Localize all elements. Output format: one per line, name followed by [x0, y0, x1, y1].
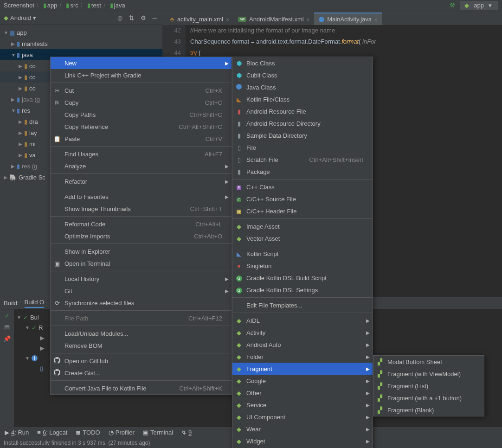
hammer-icon[interactable]: ⚒ [450, 2, 455, 9]
menu-item-git[interactable]: Git▶ [51, 285, 232, 297]
build-tab[interactable]: Build O [25, 299, 45, 308]
target-icon[interactable]: ◎ [116, 13, 124, 22]
minimize-icon[interactable]: ─ [151, 13, 159, 22]
check-icon[interactable]: ✓ [5, 312, 10, 319]
new-item-kotlin-script[interactable]: ◣Kotlin Script [232, 248, 373, 260]
menu-item-analyze[interactable]: Analyze▶ [51, 160, 232, 172]
tab-activity_main.xml[interactable]: ⬘activity_main.xml× [165, 13, 233, 25]
menu-item-synchronize-selected-files[interactable]: ⟳Synchronize selected files [51, 297, 232, 309]
new-item-service[interactable]: ◆Service▶ [232, 399, 373, 411]
new-item-c-class[interactable]: SC++ Class [232, 181, 373, 193]
new-item-android-resource-directory[interactable]: ▮Android Resource Directory [232, 117, 373, 129]
new-item-bloc-class[interactable]: ⬢Bloc Class [232, 57, 373, 69]
new-item-cubit-class[interactable]: ⬢Cubit Class [232, 69, 373, 81]
menu-item-copy-paths[interactable]: Copy PathsCtrl+Shift+C [51, 109, 232, 121]
menu-item-create-gist-[interactable]: Create Gist... [51, 367, 232, 379]
close-icon[interactable]: × [226, 17, 229, 22]
new-item-file[interactable]: ▯File [232, 141, 373, 154]
new-item-image-asset[interactable]: ◆Image Asset [232, 220, 373, 232]
menu-item-convert-java-file-to-kotlin-file[interactable]: Convert Java File to Kotlin FileCtrl+Alt… [51, 382, 232, 394]
new-item-google[interactable]: ◆Google▶ [232, 375, 373, 387]
hex-teal-icon: ⬢ [235, 60, 243, 67]
statusbar-todo[interactable]: ≣TODO [76, 429, 100, 436]
breadcrumb-item[interactable]: src [70, 2, 78, 9]
new-item-c-c-header-file[interactable]: HC/C++ Header File [232, 205, 373, 217]
menu-item-new[interactable]: New▶ [51, 57, 232, 69]
menu-item-find-usages[interactable]: Find UsagesAlt+F7 [51, 148, 232, 160]
breadcrumb-item[interactable]: java [114, 2, 125, 9]
menu-item-show-image-thumbnails[interactable]: Show Image ThumbnailsCtrl+Shift+T [51, 203, 232, 215]
fragment-item-fragment-list-[interactable]: ▞Fragment (List) [373, 380, 484, 392]
file-badge-icon: ▯ [235, 156, 243, 163]
android-icon: ◆ [235, 426, 243, 433]
menu-item-cut[interactable]: ✂CutCtrl+X [51, 84, 232, 96]
statusbar-9[interactable]: ↯9 [181, 429, 192, 436]
new-item-singleton[interactable]: ●Singleton [232, 260, 373, 272]
new-item-fragment[interactable]: ◆Fragment▶ [232, 363, 373, 375]
menu-item-copy[interactable]: ⎘CopyCtrl+C [51, 96, 232, 109]
pin-icon[interactable]: 📌 [3, 335, 11, 342]
menu-item-copy-reference[interactable]: Copy ReferenceCtrl+Alt+Shift+C [51, 121, 232, 133]
new-item-scratch-file[interactable]: ▯Scratch FileCtrl+Alt+Shift+Insert [232, 154, 373, 166]
new-item-other[interactable]: ◆Other▶ [232, 387, 373, 399]
menu-item-refactor[interactable]: Refactor▶ [51, 175, 232, 187]
new-item-kotlin-file-class[interactable]: ◣Kotlin File/Class [232, 93, 373, 105]
fragment-item-fragment-with-viewmodel-[interactable]: ▞Fragment (with ViewModel) [373, 368, 484, 380]
new-item-sample-data-directory[interactable]: ▮Sample Data Directory [232, 129, 373, 141]
chevron-right-icon: ▶ [366, 427, 370, 432]
statusbar-profiler[interactable]: ◔Profiler [109, 429, 135, 436]
new-item-aidl[interactable]: ◆AIDL▶ [232, 314, 373, 326]
fragment-item-fragment-blank-[interactable]: ▞Fragment (Blank) [373, 404, 484, 416]
collapse-icon[interactable]: ⇅ [127, 13, 136, 22]
menu-item-load-unload-modules-[interactable]: Load/Unload Modules... [51, 327, 232, 339]
new-item-java-class[interactable]: Java Class [232, 81, 373, 93]
close-icon[interactable]: × [307, 17, 309, 22]
menu-item-paste[interactable]: 📋PasteCtrl+V [51, 133, 232, 145]
new-item-folder[interactable]: ◆Folder▶ [232, 351, 373, 363]
breadcrumb-item[interactable]: app [47, 2, 58, 9]
new-item-package[interactable]: ▮Package [232, 166, 373, 178]
menu-item-reformat-code[interactable]: Reformat CodeCtrl+Alt+L [51, 218, 232, 230]
breadcrumb-item[interactable]: test [91, 2, 101, 9]
menu-item-optimize-imports[interactable]: Optimize ImportsCtrl+Alt+O [51, 230, 232, 242]
singleton-icon: ● [235, 262, 243, 269]
sidebar-view-selector[interactable]: ◆ Android ▾ [4, 14, 113, 21]
menu-item-remove-bom[interactable]: Remove BOM [51, 339, 232, 352]
gear-icon[interactable]: ⚙ [139, 13, 148, 22]
statusbar-6-logcat[interactable]: ≡6: Logcat [37, 429, 67, 436]
new-item-vector-asset[interactable]: ◆Vector Asset [232, 232, 373, 244]
editor-tabs: ⬘activity_main.xml×MFAndroidManifest.xml… [162, 11, 502, 25]
new-item-c-c-source-file[interactable]: CC/C++ Source File [232, 193, 373, 205]
fragment-item-modal-bottom-sheet[interactable]: ▞Modal Bottom Sheet [373, 356, 484, 368]
menu-separator [51, 326, 232, 326]
tab-MainActivity.java[interactable]: MainActivity.java× [314, 13, 382, 25]
run-config-selector[interactable]: ◆ app ▾ [460, 1, 498, 10]
menu-item-link-c-project-with-gradle[interactable]: Link C++ Project with Gradle [51, 69, 232, 81]
new-item-android-auto[interactable]: ◆Android Auto▶ [232, 339, 373, 351]
new-item-ui-component[interactable]: ◆UI Component▶ [232, 411, 373, 423]
filter-icon[interactable]: ▤ [4, 324, 10, 331]
android-icon: ◆ [235, 235, 243, 242]
new-item-gradle-kotlin-dsl-settings[interactable]: GGradle Kotlin DSL Settings [232, 284, 373, 296]
close-icon[interactable]: × [374, 17, 377, 22]
new-item-edit-file-templates-[interactable]: Edit File Templates... [232, 299, 373, 311]
menu-item-open-in-terminal[interactable]: ▣Open in Terminal [51, 257, 232, 269]
tree-row-manifests[interactable]: ▶▮manifests [0, 38, 162, 49]
folder-icon: ▮ [43, 2, 46, 9]
menu-item-open-on-github[interactable]: Open on GitHub [51, 355, 232, 367]
menu-item-show-in-explorer[interactable]: Show in Explorer [51, 245, 232, 257]
new-item-widget[interactable]: ◆Widget▶ [232, 435, 373, 447]
chevron-right-icon: ▶ [366, 390, 370, 396]
fragment-item-fragment-with-a-1-button-[interactable]: ▞Fragment (with a +1 button) [373, 392, 484, 404]
tree-row-app[interactable]: ▼▦app [0, 27, 162, 38]
tab-AndroidManifest.xml[interactable]: MFAndroidManifest.xml× [233, 13, 314, 25]
new-item-wear[interactable]: ◆Wear▶ [232, 423, 373, 435]
menu-item-local-history[interactable]: Local History▶ [51, 273, 232, 285]
statusbar-terminal[interactable]: ▣Terminal [143, 429, 173, 436]
new-item-gradle-kotlin-dsl-build-script[interactable]: GGradle Kotlin DSL Build Script [232, 272, 373, 284]
new-item-android-resource-file[interactable]: ▮Android Resource File [232, 105, 373, 117]
statusbar-4-run[interactable]: ▶4: Run [5, 429, 29, 436]
new-item-activity[interactable]: ◆Activity▶ [232, 326, 373, 339]
menu-item-add-to-favorites[interactable]: Add to Favorites▶ [51, 191, 232, 203]
breadcrumb-item[interactable]: Screenshot [4, 2, 34, 9]
